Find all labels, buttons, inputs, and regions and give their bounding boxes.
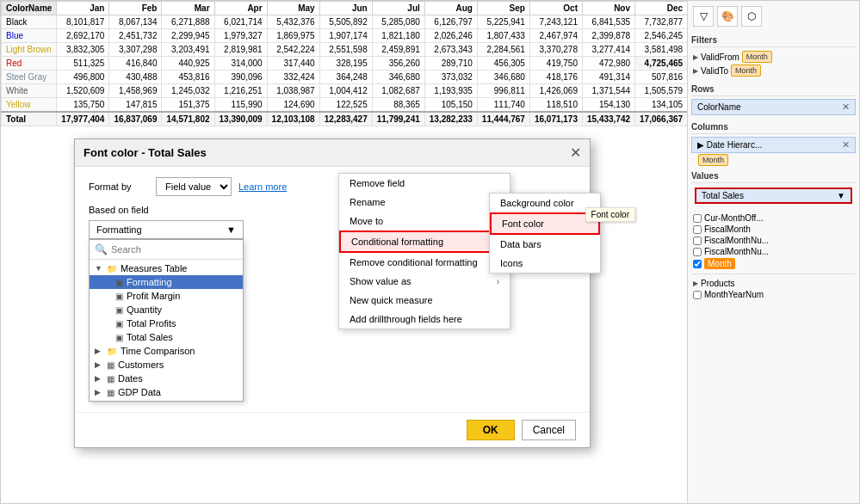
measure-icon: ▣ bbox=[115, 333, 123, 342]
measure-icon: ▣ bbox=[115, 319, 123, 329]
ok-button[interactable]: OK bbox=[467, 420, 515, 440]
search-dropdown: 🔍 ▼📁Measures Table▣Formatting▣Profit Mar… bbox=[89, 239, 244, 402]
ctx-item-remove-conditional-formatting[interactable]: Remove conditional formatting› bbox=[339, 253, 510, 272]
fiscal-month-nu2-label: FiscalMonthNu... bbox=[704, 247, 769, 256]
valid-to-row: ▶ ValidTo Month bbox=[691, 64, 856, 77]
ctx-item-remove-field[interactable]: Remove field bbox=[339, 174, 510, 193]
month-sub-field: Month bbox=[691, 155, 856, 164]
tree-node-label: Measures Table bbox=[121, 263, 187, 274]
submenu-item-font-color[interactable]: Font color bbox=[490, 212, 600, 235]
fiscal-month-label: FiscalMonth bbox=[704, 224, 751, 234]
tree-node-label: GDP Data bbox=[118, 387, 161, 397]
tree-expand-icon: ▶ bbox=[95, 374, 103, 383]
rp-values-header: Values bbox=[691, 169, 856, 183]
products-section: ▶ Products bbox=[691, 274, 856, 289]
rp-values-section: Values Total Sales ▼ bbox=[691, 169, 856, 207]
format-icon-btn[interactable]: 🎨 bbox=[717, 6, 738, 27]
modal-close-button[interactable]: ✕ bbox=[570, 144, 581, 161]
folder-icon: 📁 bbox=[107, 264, 117, 274]
submenu-item-icons[interactable]: Icons bbox=[490, 254, 600, 273]
tree-node-gdp-data[interactable]: ▶▦GDP Data bbox=[90, 385, 243, 399]
ctx-item-rename[interactable]: Rename bbox=[339, 193, 510, 212]
left-content: ColorName Jan Feb Mar Apr May Jun Jul Au… bbox=[1, 1, 687, 503]
main-content: ColorName Jan Feb Mar Apr May Jun Jul Au… bbox=[1, 1, 859, 503]
based-on-dropdown[interactable]: Formatting ▼ bbox=[89, 220, 244, 239]
cur-month-off-row: Cur-MonthOff... bbox=[691, 212, 856, 224]
tree-node-label: Time Comparison bbox=[121, 346, 195, 356]
month-pill-validto: Month bbox=[731, 65, 761, 77]
date-hier-remove-btn[interactable]: ✕ bbox=[842, 139, 850, 151]
fiscal-month-row: FiscalMonth bbox=[691, 224, 856, 235]
ctx-item-conditional-formatting[interactable]: Conditional formatting› bbox=[339, 230, 510, 253]
dropdown-chevron-icon: ▼ bbox=[226, 224, 236, 235]
rp-columns-section: Columns ▶ Date Hierarc... ✕ Month bbox=[691, 120, 856, 164]
dropdown-arrow-icon: ▼ bbox=[837, 191, 845, 200]
tree-node-total-sales[interactable]: ▣Total Sales bbox=[90, 330, 243, 344]
products-chevron-icon: ▶ bbox=[693, 280, 698, 287]
fiscal-month-nu-row: FiscalMonthNu... bbox=[691, 235, 856, 246]
cancel-button[interactable]: Cancel bbox=[522, 420, 576, 440]
dropdown-value: Formatting bbox=[96, 224, 142, 235]
submenu: Background colorFont colorData barsIcons bbox=[489, 193, 601, 274]
tree-expand-icon: ▼ bbox=[95, 264, 103, 273]
tree-node-profit-margin[interactable]: ▣Profit Margin bbox=[90, 289, 243, 303]
tree-node-label: Total Sales bbox=[127, 332, 173, 342]
fiscal-month-nu-label: FiscalMonthNu... bbox=[704, 236, 769, 245]
total-sales-field[interactable]: Total Sales ▼ bbox=[695, 187, 852, 204]
colorname-label: ColorName bbox=[697, 102, 741, 112]
search-input[interactable] bbox=[111, 244, 238, 255]
month-year-row: MonthYearNum bbox=[691, 289, 856, 300]
tree-node-label: Customers bbox=[118, 360, 164, 370]
format-by-select[interactable]: Field value Gradient Rules bbox=[156, 177, 232, 196]
rp-rows-section: Rows ColorName ✕ bbox=[691, 83, 856, 115]
table-icon: ▦ bbox=[107, 360, 114, 370]
fiscal-month-nu-checkbox[interactable] bbox=[693, 237, 702, 245]
tree-node-label: Quantity bbox=[127, 304, 162, 315]
tree-node-formatting[interactable]: ▣Formatting bbox=[90, 275, 243, 289]
modal-title: Font color - Total Sales bbox=[84, 146, 207, 159]
values-label: Values bbox=[691, 171, 719, 181]
ctx-item-new-quick-measure[interactable]: New quick measure bbox=[339, 291, 510, 310]
products-label: Products bbox=[701, 279, 734, 288]
date-hierarchy-label: ▶ Date Hierarc... bbox=[697, 140, 762, 150]
total-sales-label: Total Sales bbox=[702, 191, 744, 200]
tree-node-customers[interactable]: ▶▦Customers bbox=[90, 358, 243, 372]
valid-from-row: ▶ ValidFrom Month bbox=[691, 50, 856, 64]
modal-box: Font color - Total Sales ✕ Format by Fie… bbox=[74, 138, 591, 448]
modal-footer: OK Cancel bbox=[75, 412, 590, 447]
tree-node-label: Formatting bbox=[127, 277, 172, 287]
analytics-icon-btn[interactable]: ⬡ bbox=[741, 6, 762, 27]
search-icon: 🔍 bbox=[95, 243, 108, 255]
format-by-label: Format by bbox=[89, 181, 149, 192]
products-tree-item[interactable]: ▶ Products bbox=[691, 278, 856, 289]
fiscal-month-checkbox[interactable] bbox=[693, 225, 702, 234]
valid-to-label: ValidTo bbox=[701, 66, 728, 76]
tree-node-total-profits[interactable]: ▣Total Profits bbox=[90, 317, 243, 330]
ctx-item-add-drillthrough-fields-here[interactable]: Add drillthrough fields here bbox=[339, 310, 510, 329]
date-hierarchy-field[interactable]: ▶ Date Hierarc... ✕ bbox=[691, 137, 856, 153]
chevron-right-icon: ▶ bbox=[693, 53, 698, 61]
filter-icon-btn[interactable]: ▽ bbox=[693, 6, 714, 27]
tree-node-measures-table[interactable]: ▼📁Measures Table bbox=[90, 261, 243, 275]
learn-more-link[interactable]: Learn more bbox=[238, 181, 287, 192]
rows-label: Rows bbox=[691, 84, 715, 94]
cur-month-off-checkbox[interactable] bbox=[693, 214, 702, 223]
month-year-checkbox[interactable] bbox=[693, 291, 702, 299]
folder-icon: 📁 bbox=[107, 347, 117, 356]
colorname-remove-btn[interactable]: ✕ bbox=[842, 101, 850, 113]
tree-node-quantity[interactable]: ▣Quantity bbox=[90, 303, 243, 317]
tree-node-dates[interactable]: ▶▦Dates bbox=[90, 372, 243, 385]
ctx-item-show-value-as[interactable]: Show value as› bbox=[339, 272, 510, 291]
tree-expand-icon: ▶ bbox=[95, 347, 103, 355]
fiscal-month-nu2-checkbox[interactable] bbox=[693, 248, 702, 256]
colorname-field[interactable]: ColorName ✕ bbox=[691, 99, 856, 115]
measure-icon: ▣ bbox=[115, 278, 123, 287]
tree-node-time-comparison[interactable]: ▶📁Time Comparison bbox=[90, 344, 243, 358]
month-year-label: MonthYearNum bbox=[704, 290, 764, 299]
submenu-item-background-color[interactable]: Background color bbox=[490, 194, 600, 212]
ctx-item-move-to[interactable]: Move to› bbox=[339, 212, 510, 230]
submenu-item-data-bars[interactable]: Data bars bbox=[490, 235, 600, 254]
month-item-checkbox[interactable] bbox=[693, 260, 702, 268]
table-icon: ▦ bbox=[107, 374, 114, 384]
filters-label: Filters bbox=[691, 35, 717, 45]
